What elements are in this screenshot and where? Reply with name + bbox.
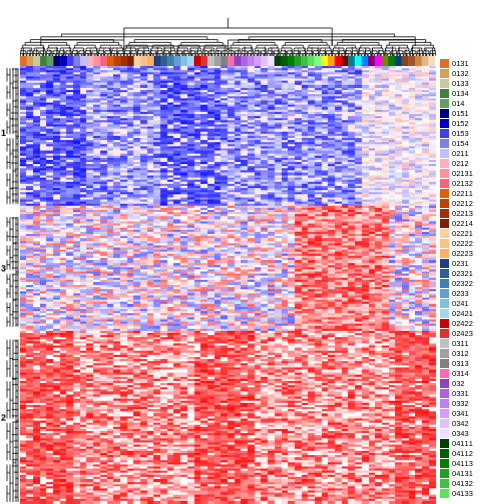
legend-items-container: 0131013201330134014015101520153015402110…	[440, 59, 504, 499]
legend-item: 02222	[440, 239, 504, 248]
legend-label: 0331	[452, 389, 469, 398]
legend-label: 0311	[452, 339, 469, 348]
legend-color	[440, 449, 449, 458]
legend-label: 0153	[452, 129, 469, 138]
legend-color	[440, 439, 449, 448]
legend-color	[440, 129, 449, 138]
legend-label: 0154	[452, 139, 469, 148]
legend-color	[440, 359, 449, 368]
dendrogram-left	[0, 66, 20, 504]
legend-item: 04131	[440, 469, 504, 478]
legend-label: 0342	[452, 419, 469, 428]
legend-label: 04113	[452, 459, 473, 468]
legend-label: 0332	[452, 399, 469, 408]
legend-color	[440, 339, 449, 348]
legend-color	[440, 459, 449, 468]
legend-label: 02221	[452, 229, 473, 238]
legend-item: 0233	[440, 289, 504, 298]
legend-label: 0343	[452, 429, 469, 438]
legend-label: 02421	[452, 309, 473, 318]
legend-item: 02214	[440, 219, 504, 228]
legend-label: 02214	[452, 219, 473, 228]
legend-label: 032	[452, 379, 465, 388]
legend-item: 0133	[440, 79, 504, 88]
legend-item: 0343	[440, 429, 504, 438]
legend-label: 0132	[452, 69, 469, 78]
legend-item: 0154	[440, 139, 504, 148]
legend-item: 02423	[440, 329, 504, 338]
class-bar	[20, 56, 435, 66]
legend-color	[440, 59, 449, 68]
legend-color	[440, 239, 449, 248]
legend-item: 0151	[440, 109, 504, 118]
legend-color	[440, 279, 449, 288]
legend-item: 04113	[440, 459, 504, 468]
legend-item: 0212	[440, 159, 504, 168]
main-container: 0131013201330134014015101520153015402110…	[0, 0, 504, 504]
legend-color	[440, 479, 449, 488]
legend-color	[440, 399, 449, 408]
legend-item: 0153	[440, 129, 504, 138]
legend-item: 04112	[440, 449, 504, 458]
legend-label: 04131	[452, 469, 473, 478]
legend-color	[440, 319, 449, 328]
legend-item: 0231	[440, 259, 504, 268]
legend-item: 04133	[440, 489, 504, 498]
legend-label: 0313	[452, 359, 469, 368]
heatmap-main	[20, 66, 436, 504]
legend-item: 02132	[440, 179, 504, 188]
legend-item: 0152	[440, 119, 504, 128]
legend-label: 0233	[452, 289, 469, 298]
legend-color	[440, 269, 449, 278]
legend-color	[440, 69, 449, 78]
legend-color	[440, 209, 449, 218]
legend-item: 02221	[440, 229, 504, 238]
chart-title	[20, 0, 436, 16]
legend-color	[440, 89, 449, 98]
legend-label: 0151	[452, 109, 469, 118]
legend-color	[440, 409, 449, 418]
legend-color	[440, 249, 449, 258]
legend-item: 014	[440, 99, 504, 108]
legend-color	[440, 149, 449, 158]
legend-item: 0134	[440, 89, 504, 98]
legend-label: 0212	[452, 159, 469, 168]
legend-color	[440, 119, 449, 128]
legend-item: 02322	[440, 279, 504, 288]
legend-color	[440, 79, 449, 88]
legend-label: 014	[452, 99, 465, 108]
legend-item: 0211	[440, 149, 504, 158]
legend-item: 0331	[440, 389, 504, 398]
dendrogram-top	[20, 16, 436, 56]
legend-color	[440, 429, 449, 438]
legend-item: 0314	[440, 369, 504, 378]
legend-label: 02321	[452, 269, 473, 278]
legend-color	[440, 159, 449, 168]
heatmap-section	[0, 0, 436, 504]
legend-item: 0332	[440, 399, 504, 408]
legend-color	[440, 349, 449, 358]
legend-color	[440, 329, 449, 338]
legend-label: 0314	[452, 369, 469, 378]
legend-label: 0152	[452, 119, 469, 128]
legend-item: 0312	[440, 349, 504, 358]
legend-item: 0241	[440, 299, 504, 308]
legend-item: 02422	[440, 319, 504, 328]
legend-label: 0134	[452, 89, 469, 98]
legend-color	[440, 189, 449, 198]
legend-item: 02131	[440, 169, 504, 178]
legend-color	[440, 139, 449, 148]
legend-color	[440, 469, 449, 478]
legend-label: 02212	[452, 199, 473, 208]
legend-color	[440, 369, 449, 378]
legend-color	[440, 379, 449, 388]
legend-item: 0311	[440, 339, 504, 348]
legend-color	[440, 489, 449, 498]
legend-color	[440, 109, 449, 118]
legend-color	[440, 219, 449, 228]
legend-panel: 0131013201330134014015101520153015402110…	[436, 0, 504, 504]
legend-label: 02213	[452, 209, 473, 218]
legend-color	[440, 289, 449, 298]
legend-color	[440, 169, 449, 178]
legend-color	[440, 419, 449, 428]
